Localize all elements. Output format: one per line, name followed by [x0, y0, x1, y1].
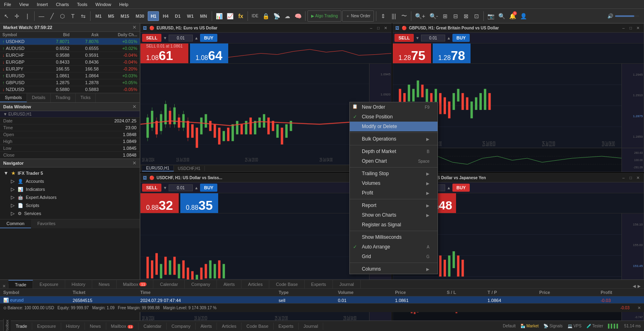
data-window-close[interactable]: ✕: [132, 104, 136, 110]
toolbar-col2[interactable]: ⊠: [461, 10, 471, 22]
menu-view[interactable]: View: [15, 1, 33, 8]
toolbar-indicators[interactable]: 📈: [225, 10, 235, 22]
bottom-tab-company[interactable]: Company: [185, 280, 217, 288]
nav-item-ea[interactable]: ▷ 🤖 Expert Advisors: [0, 193, 140, 201]
taskbar-tab-calendar[interactable]: Calendar: [138, 323, 167, 330]
bottom-tab-trade[interactable]: Trade: [8, 280, 33, 288]
gbpusd-buy-btn[interactable]: BUY: [452, 34, 470, 42]
taskbar-tab-exposure[interactable]: Exposure: [32, 323, 61, 330]
toolbar-lock[interactable]: 🔒: [261, 10, 271, 22]
toolbar-wave[interactable]: 〜: [399, 10, 409, 22]
toolbar-trendline[interactable]: ╱: [47, 10, 57, 22]
ctx-show-on-charts[interactable]: Show on Charts ▶: [350, 210, 438, 220]
ctx-columns[interactable]: Columns ▶: [350, 264, 438, 274]
toolbar-col1[interactable]: ⊟: [451, 10, 460, 22]
toolbar-search[interactable]: 🔍: [497, 10, 507, 22]
ctx-register-signal[interactable]: Register as Signal: [350, 220, 438, 230]
taskbar-tab-trade[interactable]: Trade: [11, 323, 32, 330]
ctx-trailing-stop[interactable]: Trailing Stop ▶: [350, 169, 438, 178]
ctx-auto-arrange[interactable]: ✓ Auto Arrange A: [350, 242, 438, 252]
navigator-close[interactable]: ✕: [132, 160, 136, 166]
toolbar-fx[interactable]: fx: [236, 10, 246, 22]
mw-row-nzdusd[interactable]: ↓NZDUSD 0.58800.5883-0.05%: [0, 86, 140, 93]
nav-tab-favorites[interactable]: Favorites: [31, 219, 62, 228]
toolbar-line[interactable]: |: [23, 10, 32, 22]
menu-window[interactable]: Window: [91, 1, 115, 8]
ctx-show-milliseconds[interactable]: Show Milliseconds: [350, 232, 438, 242]
toolbar-arrows[interactable]: ⇆: [78, 10, 88, 22]
volume-slider[interactable]: [615, 15, 639, 17]
menu-insert[interactable]: Insert: [33, 1, 52, 8]
chart-minimize[interactable]: –: [368, 25, 374, 31]
nav-item-accounts[interactable]: ▷ 👤 Accounts: [0, 177, 140, 185]
toolbar-notifications[interactable]: 🔔1: [508, 10, 518, 22]
mw-tab-symbols[interactable]: Symbols: [0, 93, 27, 102]
chart-gbp-close[interactable]: ✕: [635, 25, 641, 31]
chart-usdjpy-close[interactable]: ✕: [635, 175, 641, 181]
tf-h4[interactable]: H4: [160, 11, 171, 21]
tf-m1[interactable]: M1: [93, 11, 104, 21]
toolbar-crosshair[interactable]: ✛: [12, 10, 22, 22]
bottom-tab-exposure[interactable]: Exposure: [33, 280, 65, 288]
nav-item-indicators[interactable]: ▷ 📊 Indicators: [0, 185, 140, 193]
toolbar-screenshot[interactable]: 📷: [486, 10, 496, 22]
mw-row-eurgbp[interactable]: ↓EURGBP 0.84330.8436-0.04%: [0, 59, 140, 66]
toolbox-label[interactable]: Toolbox: [3, 319, 11, 331]
usdchf-buy-btn[interactable]: BUY: [200, 184, 217, 192]
toolbar-zoom-in[interactable]: ⇕: [378, 10, 388, 22]
taskbar-tab-news[interactable]: News: [85, 323, 106, 330]
bottom-tab-articles[interactable]: Articles: [242, 280, 269, 288]
toolbar-radio[interactable]: 📡: [272, 10, 282, 22]
chart-tab-usdchf[interactable]: USDCHF,H1: [174, 166, 205, 171]
toolbar-ide[interactable]: IDE: [250, 10, 260, 22]
toolbar-profile[interactable]: 👤: [518, 10, 528, 22]
usdchf-sell-btn[interactable]: SELL: [142, 184, 161, 192]
toolbar-neural[interactable]: 🧠: [293, 10, 303, 22]
usdjpy-buy-btn[interactable]: BUY: [452, 184, 470, 192]
bottom-tab-mailbox[interactable]: Mailbox 11: [117, 280, 154, 288]
taskbar-market[interactable]: 🏪 Market: [520, 324, 539, 328]
ctx-volumes[interactable]: Volumes ▶: [350, 178, 438, 188]
bottom-tab-history[interactable]: History: [65, 280, 92, 288]
ctx-bulk-operations[interactable]: Bulk Operations ▶: [350, 134, 438, 144]
ctx-grid[interactable]: Grid G: [350, 252, 438, 261]
mw-row-eurchf[interactable]: ↓EURCHF 0.95880.9591-0.04%: [0, 52, 140, 59]
taskbar-tester[interactable]: 🧪 Tester: [586, 324, 603, 328]
mw-row-eurjpy[interactable]: ↓EURJPY 166.55166.58-0.20%: [0, 66, 140, 72]
taskbar-tab-articles[interactable]: Articles: [217, 323, 242, 330]
chart-maximize[interactable]: □: [375, 25, 382, 31]
bottom-tab-alerts[interactable]: Alerts: [217, 280, 242, 288]
toolbar-hline[interactable]: —: [37, 10, 46, 22]
bottom-tab-news[interactable]: News: [92, 280, 117, 288]
eurusd-buy-btn[interactable]: BUY: [200, 34, 217, 42]
bottom-tab-experts[interactable]: Experts: [305, 280, 333, 288]
ctx-depth-market[interactable]: Depth of Market B: [350, 147, 438, 156]
taskbar-tab-history[interactable]: History: [61, 323, 85, 330]
prev-page-btn[interactable]: ◀: [633, 284, 636, 288]
tf-mn[interactable]: MN: [197, 11, 210, 21]
taskbar-vps[interactable]: 💻 VPS: [568, 324, 582, 328]
gbpusd-sell-btn[interactable]: SELL: [394, 34, 414, 42]
toolbar-col3[interactable]: ⊡: [472, 10, 481, 22]
taskbar-signals[interactable]: 📡 Signals: [543, 324, 563, 328]
new-order-btn[interactable]: ＋ New Order: [342, 10, 374, 22]
tf-m15[interactable]: M15: [118, 11, 132, 21]
tf-d1[interactable]: D1: [172, 11, 184, 21]
taskbar-tab-company[interactable]: Company: [167, 323, 196, 330]
tf-m30[interactable]: M30: [133, 11, 147, 21]
mw-row-usdhkd[interactable]: ↑USDHKD 7.80717.8076+0.01%: [0, 38, 140, 45]
taskbar-tab-journal[interactable]: Journal: [299, 323, 323, 330]
ctx-new-order[interactable]: 📋 New Order F9: [350, 102, 438, 112]
algo-trading-btn[interactable]: ▶ Algo Trading: [308, 10, 341, 22]
bottom-tab-journal[interactable]: Journal: [333, 280, 361, 288]
nav-root[interactable]: ▼ ★ IFX Trader 5: [0, 169, 140, 177]
toolbar-zoom-bar[interactable]: |||: [389, 10, 398, 22]
chart-gbp-minimize[interactable]: –: [620, 25, 627, 31]
close-trade-btn[interactable]: ✕: [638, 306, 641, 310]
mw-tab-trading[interactable]: Trading: [51, 93, 76, 102]
ctx-open-chart[interactable]: Open Chart Space: [350, 156, 438, 166]
mw-row-eurusd[interactable]: ↑EURUSD 1.08611.0864+0.03%: [0, 72, 140, 79]
trade-row-eurusd[interactable]: 📊 eurusd 26584515 2024.07.29 07:47:44 se…: [0, 296, 644, 304]
mw-row-audusd[interactable]: ↑AUDUSD 0.65520.6555+0.02%: [0, 45, 140, 52]
chart-close[interactable]: ✕: [382, 25, 389, 31]
